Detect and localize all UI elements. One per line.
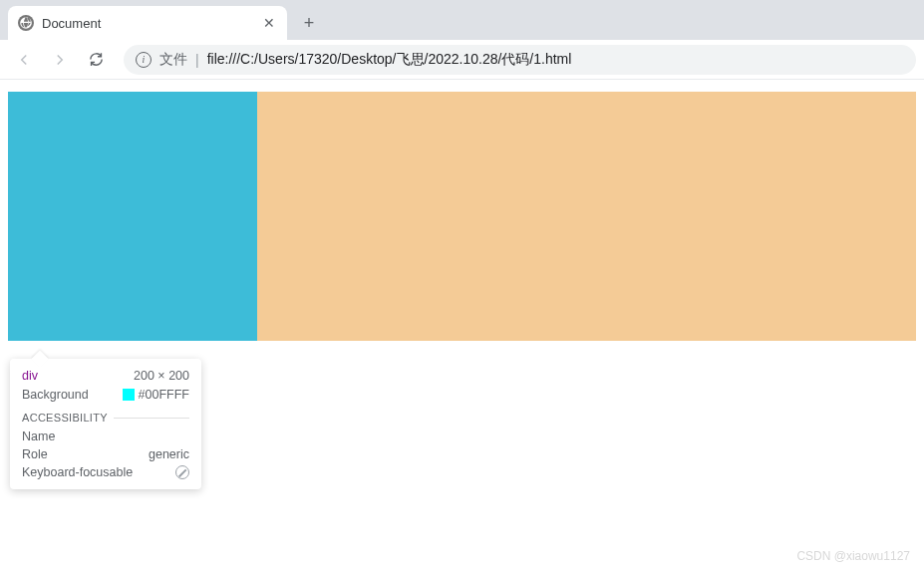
tooltip-keyboard-row: Keyboard-focusable bbox=[22, 465, 189, 479]
url-separator: | bbox=[195, 52, 199, 68]
tooltip-section-heading: Accessibility bbox=[22, 412, 189, 424]
page-content bbox=[0, 80, 924, 341]
close-icon[interactable]: ✕ bbox=[261, 15, 277, 31]
tooltip-bg-label: Background bbox=[22, 388, 89, 402]
info-icon: i bbox=[136, 52, 152, 68]
globe-icon bbox=[18, 15, 34, 31]
blue-box bbox=[8, 92, 257, 341]
url-prefix: 文件 bbox=[159, 51, 187, 69]
peach-box bbox=[257, 92, 916, 341]
new-tab-button[interactable]: + bbox=[295, 9, 323, 37]
address-bar[interactable]: i 文件 | file:///C:/Users/17320/Desktop/飞思… bbox=[124, 45, 916, 75]
url-text: file:///C:/Users/17320/Desktop/飞思/2022.1… bbox=[207, 51, 572, 69]
devtools-tooltip: div 200 × 200 Background #00FFFF Accessi… bbox=[10, 359, 201, 489]
tooltip-tag: div bbox=[22, 369, 38, 383]
tooltip-role-row: Role generic bbox=[22, 447, 189, 461]
tooltip-dimensions: 200 × 200 bbox=[134, 369, 189, 383]
tooltip-bg-value: #00FFFF bbox=[123, 388, 189, 402]
reload-button[interactable] bbox=[80, 44, 112, 76]
browser-tab[interactable]: Document ✕ bbox=[8, 6, 287, 40]
tab-strip: Document ✕ + bbox=[0, 0, 924, 40]
tooltip-name-row: Name bbox=[22, 429, 189, 443]
back-button[interactable] bbox=[8, 44, 40, 76]
toolbar: i 文件 | file:///C:/Users/17320/Desktop/飞思… bbox=[0, 40, 924, 80]
watermark: CSDN @xiaowu1127 bbox=[796, 549, 910, 563]
tab-title: Document bbox=[42, 16, 253, 31]
color-swatch bbox=[123, 389, 135, 401]
content-row bbox=[8, 92, 916, 341]
forward-button[interactable] bbox=[44, 44, 76, 76]
prohibited-icon bbox=[175, 465, 189, 479]
